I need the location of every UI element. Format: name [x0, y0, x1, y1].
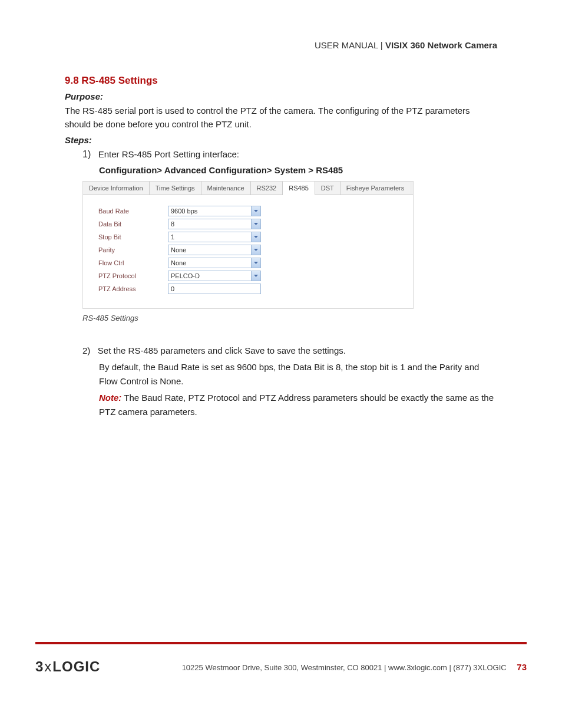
label-stop-bit: Stop Bit: [98, 233, 168, 241]
page-footer: 3xLOGIC 10225 Westmoor Drive, Suite 300,…: [0, 642, 562, 675]
tab-rs485[interactable]: RS485: [283, 182, 315, 195]
step-2: 2) Set the RS-485 parameters and click S…: [82, 344, 497, 358]
label-data-bit: Data Bit: [98, 220, 168, 228]
header-prefix: USER MANUAL |: [315, 40, 385, 50]
chevron-down-icon[interactable]: [251, 271, 260, 281]
form-area: Baud Rate 9600 bps Data Bit 8 Stop Bit: [83, 195, 413, 308]
value-data-bit: 8: [171, 220, 174, 228]
page-header: USER MANUAL | VISIX 360 Network Camera: [65, 40, 497, 50]
value-parity: None: [171, 246, 186, 253]
row-stop-bit: Stop Bit 1: [98, 232, 413, 242]
step2-number: 2): [82, 345, 90, 355]
content: 9.8 RS-485 Settings Purpose: The RS-485 …: [65, 75, 497, 419]
row-ptz-protocol: PTZ Protocol PELCO-D: [98, 271, 413, 281]
chevron-down-icon[interactable]: [251, 258, 260, 268]
step2-text: Set the RS-485 parameters and click Save…: [98, 345, 346, 355]
tab-dst[interactable]: DST: [315, 182, 340, 195]
step2-default-text: By default, the Baud Rate is set as 9600…: [99, 360, 497, 388]
select-ptz-protocol[interactable]: PELCO-D: [168, 271, 261, 281]
step-1: 1) Enter RS-485 Port Setting interface:: [82, 147, 497, 162]
value-stop-bit: 1: [171, 233, 174, 241]
svg-marker-2: [254, 236, 258, 238]
page-number: 73: [517, 662, 527, 672]
tab-bar: Device Information Time Settings Mainten…: [83, 182, 413, 195]
logo-part-b: LOGIC: [52, 658, 100, 674]
label-ptz-protocol: PTZ Protocol: [98, 272, 168, 279]
select-stop-bit[interactable]: 1: [168, 232, 261, 242]
svg-marker-5: [254, 275, 258, 277]
tab-device-information[interactable]: Device Information: [83, 182, 150, 195]
input-ptz-address[interactable]: 0: [168, 284, 261, 294]
purpose-text: The RS-485 serial port is used to contro…: [65, 104, 497, 131]
row-ptz-address: PTZ Address 0: [98, 284, 413, 294]
select-flow-ctrl[interactable]: None: [168, 258, 261, 268]
value-flow-ctrl: None: [171, 259, 186, 266]
label-parity: Parity: [98, 246, 168, 253]
tab-rs232[interactable]: RS232: [251, 182, 283, 195]
select-data-bit[interactable]: 8: [168, 219, 261, 229]
svg-marker-4: [254, 262, 258, 264]
row-data-bit: Data Bit 8: [98, 219, 413, 229]
footer-divider: [35, 642, 527, 644]
footer-address: 10225 Westmoor Drive, Suite 300, Westmin…: [182, 663, 507, 672]
config-path: Configuration> Advanced Configuration> S…: [99, 165, 497, 175]
tab-time-settings[interactable]: Time Settings: [150, 182, 201, 195]
brand-logo: 3xLOGIC: [35, 658, 100, 675]
settings-panel: Device Information Time Settings Mainten…: [82, 181, 414, 309]
value-baud-rate: 9600 bps: [171, 207, 197, 215]
row-parity: Parity None: [98, 245, 413, 255]
chevron-down-icon[interactable]: [251, 206, 260, 216]
section-heading: 9.8 RS-485 Settings: [65, 75, 497, 87]
select-baud-rate[interactable]: 9600 bps: [168, 206, 261, 216]
svg-marker-3: [254, 249, 258, 251]
step1-text: Enter RS-485 Port Setting interface:: [98, 149, 239, 159]
label-flow-ctrl: Flow Ctrl: [98, 259, 168, 266]
row-baud-rate: Baud Rate 9600 bps: [98, 206, 413, 216]
svg-marker-0: [254, 210, 258, 212]
header-title: VISIX 360 Network Camera: [385, 40, 497, 50]
step1-number: 1): [82, 149, 91, 159]
label-ptz-address: PTZ Address: [98, 285, 168, 292]
note-text: The Baud Rate, PTZ Protocol and PTZ Addr…: [99, 393, 494, 417]
figure-caption: RS-485 Settings: [82, 314, 497, 322]
step2-note: Note: The Baud Rate, PTZ Protocol and PT…: [99, 391, 497, 419]
logo-part-a: 3: [35, 658, 44, 674]
page: USER MANUAL | VISIX 360 Network Camera 9…: [0, 0, 562, 728]
footer-row: 3xLOGIC 10225 Westmoor Drive, Suite 300,…: [35, 658, 527, 675]
chevron-down-icon[interactable]: [251, 245, 260, 255]
tab-fisheye-parameters[interactable]: Fisheye Parameters: [340, 182, 410, 195]
svg-marker-1: [254, 223, 258, 225]
steps-label: Steps:: [65, 135, 497, 145]
chevron-down-icon[interactable]: [251, 232, 260, 242]
value-ptz-address: 0: [171, 285, 174, 292]
row-flow-ctrl: Flow Ctrl None: [98, 258, 413, 268]
footer-text: 10225 Westmoor Drive, Suite 300, Westmin…: [118, 662, 527, 672]
select-parity[interactable]: None: [168, 245, 261, 255]
logo-part-x: x: [44, 658, 52, 674]
step-2-block: 2) Set the RS-485 parameters and click S…: [82, 344, 497, 419]
chevron-down-icon[interactable]: [251, 219, 260, 229]
value-ptz-protocol: PELCO-D: [171, 272, 200, 279]
purpose-label: Purpose:: [65, 91, 497, 101]
tab-maintenance[interactable]: Maintenance: [201, 182, 251, 195]
note-label: Note:: [99, 393, 121, 403]
label-baud-rate: Baud Rate: [98, 207, 168, 215]
